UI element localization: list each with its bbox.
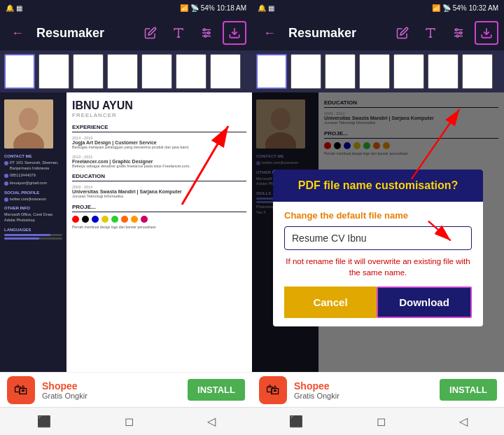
template-thumb-5[interactable] xyxy=(141,54,172,89)
download-confirm-button[interactable]: Download xyxy=(377,286,472,318)
dialog-box: PDF file name customisation? Change the … xyxy=(273,170,483,326)
svg-point-7 xyxy=(204,35,206,37)
dialog-label: Change the default file name xyxy=(284,210,472,221)
download-button-right[interactable] xyxy=(475,21,498,45)
languages-section-title: LANGUAGES xyxy=(4,228,62,232)
address-dot xyxy=(4,161,8,165)
dialog-title: PDF file name customisation? xyxy=(284,179,472,192)
back-button-left[interactable]: ← xyxy=(6,21,29,45)
template-thumb-r2[interactable] xyxy=(290,54,321,89)
ad-sub-right: Gratis Ongkir xyxy=(294,392,433,400)
color-dot-1 xyxy=(72,216,79,223)
nav-back-right[interactable]: ◁ xyxy=(459,415,468,428)
dialog-buttons: Cancel Download xyxy=(284,286,472,318)
nav-recent-left[interactable]: ⬛ xyxy=(37,415,51,428)
template-thumb-2[interactable] xyxy=(38,54,69,89)
experience-header: EXPERIENCE xyxy=(72,124,246,132)
status-bar-right: 🔔 ▦ 📶 📡 54% 10:32 AM xyxy=(252,0,504,15)
skill-bar-2 xyxy=(4,237,62,240)
app-bar-icons-right xyxy=(391,21,498,45)
other-section-title: OTHER INFO xyxy=(4,206,62,210)
edit-icon-left[interactable] xyxy=(139,21,162,45)
filename-input[interactable] xyxy=(284,226,472,250)
nav-home-left[interactable]: ◻ xyxy=(125,415,134,428)
install-button-right[interactable]: INSTALL xyxy=(440,379,497,401)
template-thumb-7[interactable] xyxy=(210,54,241,89)
svg-point-5 xyxy=(204,29,206,31)
template-thumb-r1[interactable] xyxy=(256,54,287,89)
phone-dot xyxy=(4,174,8,178)
contact-phone: 085113444079 xyxy=(4,173,62,179)
svg-point-6 xyxy=(208,32,210,34)
left-screen: 🔔 ▦ 📶 📡 54% 10:18 AM ← Resumaker xyxy=(0,0,252,435)
nav-recent-right[interactable]: ⬛ xyxy=(289,415,303,428)
notification-icon: 🔔 xyxy=(6,4,14,12)
color-dot-7 xyxy=(131,216,138,223)
app-title-right: Resumaker xyxy=(288,26,384,41)
edit-icon-right[interactable] xyxy=(391,21,414,45)
exp-item-1: 2014 - 2019 Jogja Art Design | Customer … xyxy=(72,136,246,151)
nav-back-left[interactable]: ◁ xyxy=(207,415,216,428)
status-left-icons: 🔔 ▦ xyxy=(6,4,22,12)
app-bar-icons-left xyxy=(139,21,246,45)
social-section-title: SOCIAL PROFILE xyxy=(4,191,62,195)
social-item: twitter.com/jksianexin xyxy=(4,197,62,202)
nav-home-right[interactable]: ◻ xyxy=(377,415,386,428)
contact-address: RT 1/01 Semorah, Sloeman, Banjarmasin In… xyxy=(4,160,62,171)
ad-banner-left: 🛍 Shopee Gratis Ongkir INSTALL xyxy=(0,372,252,407)
svg-point-21 xyxy=(456,35,458,37)
template-thumb-6[interactable] xyxy=(176,54,206,89)
bottom-nav-left: ⬛ ◻ ◁ xyxy=(0,407,252,435)
text-icon-left[interactable] xyxy=(167,21,190,45)
ad-text-left: Shopee Gratis Ongkir xyxy=(42,380,181,400)
status-bar-left: 🔔 ▦ 📶 📡 54% 10:18 AM xyxy=(0,0,252,15)
shopee-logo-right: 🛍 xyxy=(259,376,287,404)
signal-icon: 📡 xyxy=(190,4,199,12)
ad-title-right: Shopee xyxy=(294,380,433,392)
template-thumb-r5[interactable] xyxy=(393,54,424,89)
shopee-logo-left: 🛍 xyxy=(7,376,35,404)
ad-title-left: Shopee xyxy=(42,380,181,392)
resume-area-right: CONTACT ME twitter.com/jksianexin OTHER … xyxy=(252,92,504,372)
wifi-icon-right: 📶 xyxy=(432,4,440,12)
template-thumb-4[interactable] xyxy=(107,54,138,89)
time-left: 10:18 AM xyxy=(217,4,246,12)
template-strip-right xyxy=(252,50,504,92)
skill-bar-1 xyxy=(4,234,62,236)
template-thumb-r7[interactable] xyxy=(462,54,493,89)
template-thumb-r6[interactable] xyxy=(428,54,458,89)
edu-item: 2009 - 2014 Universitas Swasta Mandiri |… xyxy=(72,185,246,200)
cancel-button[interactable]: Cancel xyxy=(284,286,377,318)
install-button-left[interactable]: INSTALL xyxy=(188,379,245,401)
template-thumb-r4[interactable] xyxy=(359,54,390,89)
text-icon-right[interactable] xyxy=(419,21,442,45)
template-thumb-3[interactable] xyxy=(73,54,104,89)
back-button-right[interactable]: ← xyxy=(258,21,281,45)
download-button-left[interactable] xyxy=(223,21,246,45)
app-title-left: Resumaker xyxy=(36,26,132,41)
right-screen: 🔔 ▦ 📶 📡 54% 10:32 AM ← Resumaker xyxy=(252,0,504,435)
color-dot-6 xyxy=(121,216,128,223)
contact-email: ibnuayun@gmail.com xyxy=(4,181,62,186)
color-dot-8 xyxy=(141,216,148,223)
social-dot xyxy=(4,198,8,202)
app-bar-left: ← Resumaker xyxy=(0,15,252,50)
battery-right: 54% xyxy=(453,4,467,12)
color-dot-2 xyxy=(82,216,89,223)
battery-percent: 54% xyxy=(201,4,215,12)
ad-sub-left: Gratis Ongkir xyxy=(42,392,181,400)
status-left-right: 🔔 ▦ xyxy=(258,4,274,12)
resume-photo xyxy=(4,99,53,149)
svg-point-19 xyxy=(456,29,458,31)
sliders-icon-left[interactable] xyxy=(195,21,218,45)
resume-sidebar: CONTACT ME RT 1/01 Semorah, Sloeman, Ban… xyxy=(0,92,66,372)
color-dot-4 xyxy=(102,216,108,223)
resume-subtitle: FREELANCER xyxy=(72,112,246,118)
sliders-icon-right[interactable] xyxy=(447,21,470,45)
dialog-warning: If not rename file it will overwrite an … xyxy=(284,256,472,278)
wifi-icon: 📶 xyxy=(180,4,188,12)
contact-section-title: CONTACT ME xyxy=(4,154,62,158)
bottom-nav-right: ⬛ ◻ ◁ xyxy=(252,407,504,435)
template-thumb-1[interactable] xyxy=(4,54,35,89)
template-thumb-r3[interactable] xyxy=(325,54,356,89)
